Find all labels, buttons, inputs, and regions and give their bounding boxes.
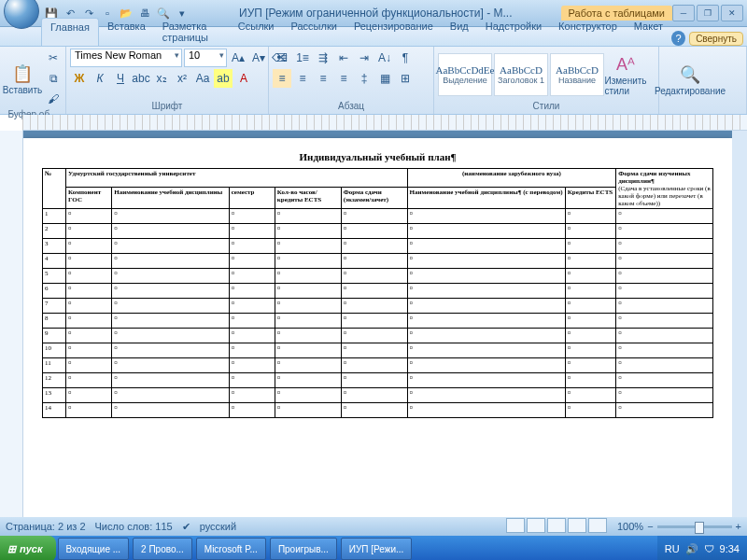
grow-font-button[interactable]: A▴ [229, 49, 247, 67]
cut-button[interactable]: ✂ [44, 49, 63, 67]
borders-button[interactable]: ⊞ [396, 69, 415, 88]
task-button[interactable]: Входящие ... [58, 538, 130, 560]
group-font: Шрифт [70, 100, 264, 112]
table-row[interactable]: 12¤¤¤¤¤¤¤¤ [43, 373, 713, 388]
tab-Главная[interactable]: Главная [41, 18, 99, 46]
tab-Вставка[interactable]: Вставка [99, 18, 154, 46]
table-row[interactable]: 6¤¤¤¤¤¤¤¤ [43, 284, 713, 299]
proofing-icon[interactable]: ✔ [182, 521, 190, 533]
table-row[interactable]: 11¤¤¤¤¤¤¤¤ [43, 358, 713, 373]
language-status[interactable]: русский [200, 521, 236, 532]
tab-Разметка страницы[interactable]: Разметка страницы [154, 18, 230, 46]
tab-Рецензирование[interactable]: Рецензирование [345, 18, 442, 46]
horizontal-ruler[interactable] [22, 115, 747, 131]
start-button[interactable]: ⊞ пуск [0, 536, 56, 560]
tab-Макет[interactable]: Макет [626, 18, 671, 46]
style-Название[interactable]: AaBbCcDНазвание [550, 53, 604, 96]
change-case-button[interactable]: Aa [193, 69, 212, 88]
underline-button[interactable]: Ч [111, 69, 130, 88]
page-status[interactable]: Страница: 2 из 2 [6, 521, 86, 532]
highlight-button[interactable]: ab [214, 69, 233, 88]
language-indicator[interactable]: RU [665, 543, 680, 554]
document-title: Индивидуальный учебный план¶ [42, 151, 713, 162]
dedent-button[interactable]: ⇤ [334, 49, 353, 67]
bold-button[interactable]: Ж [70, 69, 89, 88]
task-button[interactable]: ИУП [Режи... [341, 538, 413, 560]
line-spacing-button[interactable]: ‡ [355, 69, 374, 88]
page: Индивидуальный учебный план¶ № Удмуртски… [23, 138, 732, 517]
plan-table[interactable]: № Удмуртский государственный университет… [42, 168, 713, 418]
table-row[interactable]: 3¤¤¤¤¤¤¤¤ [43, 239, 713, 254]
table-row[interactable]: 5¤¤¤¤¤¤¤¤ [43, 269, 713, 284]
italic-button[interactable]: К [91, 69, 109, 88]
tray-icon[interactable]: 🛡 [704, 543, 714, 554]
vertical-ruler[interactable] [0, 131, 23, 517]
office-orb[interactable] [4, 0, 39, 29]
tab-Рассылки[interactable]: Рассылки [283, 18, 345, 46]
minimize-button[interactable]: ─ [672, 5, 695, 21]
tab-Надстройки[interactable]: Надстройки [477, 18, 550, 46]
table-row[interactable]: 8¤¤¤¤¤¤¤¤ [43, 314, 713, 329]
tab-Вид[interactable]: Вид [442, 18, 477, 46]
system-tray[interactable]: RU 🔊 🛡 9:34 [657, 536, 747, 560]
close-button[interactable]: ✕ [721, 5, 743, 21]
group-styles: Стили [438, 100, 655, 112]
table-row[interactable]: 1¤¤¤¤¤¤¤¤ [43, 209, 713, 224]
ribbon-tabs: ГлавнаяВставкаРазметка страницыСсылкиРас… [0, 27, 747, 47]
copy-button[interactable]: ⧉ [44, 69, 63, 88]
sort-button[interactable]: A↓ [375, 49, 394, 67]
shrink-font-button[interactable]: A▾ [249, 49, 268, 67]
font-name-combo[interactable]: Times New Roman [70, 49, 182, 67]
table-row[interactable]: 13¤¤¤¤¤¤¤¤ [43, 388, 713, 403]
change-styles-button[interactable]: Aᴬ Изменить стили [607, 53, 644, 96]
tray-icon[interactable]: 🔊 [685, 543, 698, 555]
clock[interactable]: 9:34 [720, 543, 740, 554]
style-Заголовок 1[interactable]: AaBbCcDЗаголовок 1 [494, 53, 548, 96]
zoom-level[interactable]: 100% [617, 521, 643, 532]
format-painter-button[interactable]: 🖌 [44, 90, 63, 108]
windows-taskbar: ⊞ пуск Входящие ...2 Прово...Microsoft P… [0, 536, 747, 560]
font-size-combo[interactable]: 10 [184, 49, 227, 67]
style-Выделение[interactable]: AaBbCcDdEeВыделение [438, 53, 492, 96]
shading-button[interactable]: ▦ [375, 69, 394, 88]
word-count[interactable]: Число слов: 115 [95, 521, 173, 532]
table-row[interactable]: 4¤¤¤¤¤¤¤¤ [43, 254, 713, 269]
paste-button[interactable]: 📋 Вставить [4, 63, 41, 95]
task-button[interactable]: Microsoft P... [196, 538, 266, 560]
windows-logo-icon: ⊞ [7, 543, 16, 555]
align-center-button[interactable]: ≡ [293, 69, 312, 88]
tab-Ссылки[interactable]: Ссылки [230, 18, 283, 46]
restore-button[interactable]: ❐ [697, 5, 719, 21]
table-row[interactable]: 7¤¤¤¤¤¤¤¤ [43, 299, 713, 314]
editing-button[interactable]: 🔍 Редактирование [663, 63, 717, 96]
view-buttons[interactable] [505, 518, 608, 535]
find-icon: 🔍 [679, 63, 701, 86]
strike-button[interactable]: abc [132, 69, 150, 88]
tab-Конструктор[interactable]: Конструктор [550, 18, 626, 46]
change-styles-icon: Aᴬ [614, 53, 637, 76]
document-area[interactable]: Индивидуальный учебный план¶ № Удмуртски… [23, 131, 732, 517]
show-marks-button[interactable]: ¶ [396, 49, 415, 67]
task-button[interactable]: Проигрыв... [270, 538, 337, 560]
table-row[interactable]: 10¤¤¤¤¤¤¤¤ [43, 343, 713, 358]
task-button[interactable]: 2 Прово... [133, 538, 192, 560]
zoom-out-button[interactable]: − [647, 521, 653, 532]
vertical-scrollbar[interactable] [732, 131, 747, 517]
table-row[interactable]: 2¤¤¤¤¤¤¤¤ [43, 224, 713, 239]
bullets-button[interactable]: •≡ [273, 49, 291, 67]
align-right-button[interactable]: ≡ [314, 69, 332, 88]
help-icon[interactable]: ? [671, 31, 685, 46]
style-gallery[interactable]: AaBbCcDdEeВыделениеAaBbCcDЗаголовок 1AaB… [438, 53, 604, 96]
font-color-button[interactable]: A [234, 69, 253, 88]
superscript-button[interactable]: x² [173, 69, 191, 88]
justify-button[interactable]: ≡ [334, 69, 353, 88]
subscript-button[interactable]: x₂ [152, 69, 171, 88]
multilevel-button[interactable]: ⇶ [314, 49, 332, 67]
zoom-in-button[interactable]: + [736, 521, 741, 532]
numbering-button[interactable]: 1≡ [293, 49, 312, 67]
zoom-slider[interactable] [657, 525, 732, 528]
table-row[interactable]: 14¤¤¤¤¤¤¤¤ [43, 403, 713, 418]
align-left-button[interactable]: ≡ [273, 69, 291, 88]
indent-button[interactable]: ⇥ [355, 49, 374, 67]
table-row[interactable]: 9¤¤¤¤¤¤¤¤ [43, 329, 713, 343]
